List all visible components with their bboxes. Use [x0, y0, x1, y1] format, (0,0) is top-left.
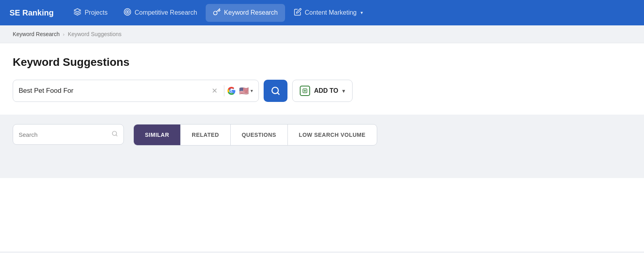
input-divider — [224, 85, 224, 96]
breadcrumb-bar: Keyword Research › Keyword Suggestions — [0, 25, 644, 43]
brand-logo: SE Ranking — [10, 8, 54, 17]
top-navigation: SE Ranking Projects Competitiv — [0, 0, 644, 25]
nav-item-competitive-label: Competitive Research — [135, 9, 197, 16]
nav-item-keyword-research[interactable]: Keyword Research — [206, 4, 285, 22]
flag-chevron-icon: ▾ — [251, 88, 253, 94]
tab-related[interactable]: RELATED — [181, 125, 231, 145]
add-to-label: ADD TO — [314, 87, 338, 94]
svg-line-10 — [116, 135, 117, 136]
nav-item-content-label: Content Marketing — [305, 9, 357, 16]
breadcrumb: Keyword Research › Keyword Suggestions — [13, 31, 631, 37]
tab-similar[interactable]: SIMILAR — [134, 125, 181, 145]
svg-point-1 — [124, 8, 131, 15]
add-to-icon — [300, 86, 310, 96]
svg-point-3 — [127, 11, 128, 12]
keyword-input[interactable] — [19, 87, 207, 95]
nav-item-projects-label: Projects — [85, 9, 108, 16]
filter-search-wrap — [13, 124, 124, 145]
svg-point-2 — [125, 10, 129, 14]
clear-button[interactable]: ✕ — [210, 87, 219, 94]
keyword-input-wrap: ✕ Google 🇺🇸 ▾ — [13, 80, 259, 102]
svg-line-5 — [278, 93, 279, 94]
keyword-tabs: SIMILAR RELATED QUESTIONS LOW SEARCH VOL… — [133, 124, 377, 146]
breadcrumb-separator: › — [63, 31, 64, 37]
add-to-button[interactable]: ADD TO ▾ — [292, 80, 353, 102]
nav-item-content-marketing[interactable]: Content Marketing ▾ — [287, 4, 370, 22]
tab-low-search-volume[interactable]: LOW SEARCH VOLUME — [288, 125, 377, 145]
search-button[interactable] — [264, 80, 287, 102]
filter-search-icon — [112, 130, 118, 138]
breadcrumb-keyword-research[interactable]: Keyword Research — [13, 31, 60, 37]
target-icon — [123, 8, 131, 18]
nav-item-competitive-research[interactable]: Competitive Research — [116, 4, 204, 22]
chevron-down-icon: ▾ — [361, 10, 363, 15]
key-icon — [213, 8, 221, 18]
country-selector[interactable]: 🇺🇸 ▾ — [239, 86, 253, 96]
edit-icon — [294, 8, 302, 18]
page-title: Keyword Suggestions — [13, 56, 631, 69]
main-content: Keyword Suggestions ✕ Google — [0, 43, 644, 251]
lower-section: SIMILAR RELATED QUESTIONS LOW SEARCH VOL… — [0, 115, 644, 178]
filter-search-input[interactable] — [19, 131, 108, 138]
us-flag-icon: 🇺🇸 — [239, 86, 249, 96]
nav-item-keyword-label: Keyword Research — [224, 9, 278, 16]
google-engine-selector[interactable]: Google — [229, 86, 236, 95]
add-to-chevron-icon: ▾ — [342, 88, 345, 94]
nav-item-projects[interactable]: Projects — [66, 4, 115, 22]
google-icon: Google — [229, 86, 236, 95]
plus-icon — [302, 88, 308, 94]
tab-questions[interactable]: QUESTIONS — [231, 125, 288, 145]
search-icon — [271, 86, 280, 96]
svg-marker-0 — [74, 8, 81, 12]
filter-row: SIMILAR RELATED QUESTIONS LOW SEARCH VOL… — [13, 124, 631, 146]
layers-icon — [73, 8, 81, 18]
search-row: ✕ Google 🇺🇸 ▾ — [13, 80, 631, 102]
nav-items: Projects Competitive Research Keyword Re… — [66, 4, 634, 22]
breadcrumb-current: Keyword Suggestions — [68, 31, 121, 37]
